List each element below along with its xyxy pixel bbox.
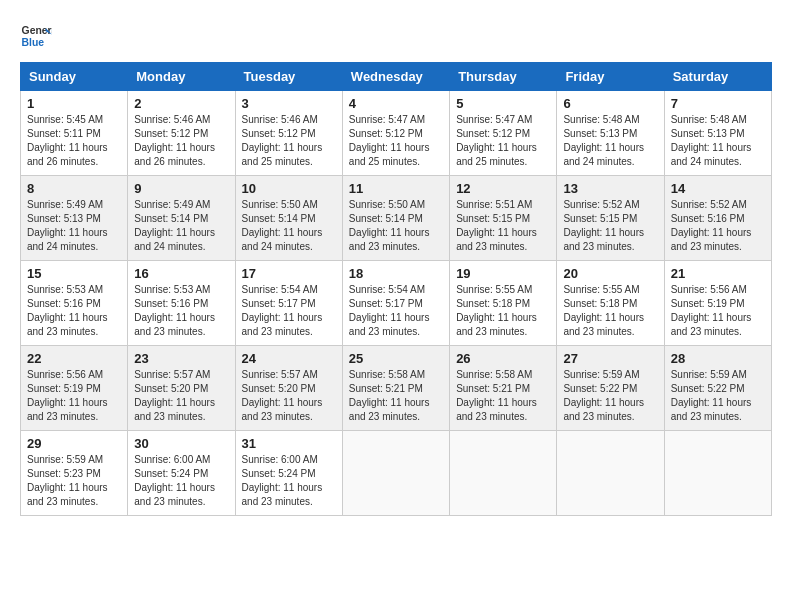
day-number: 25 bbox=[349, 351, 443, 366]
day-number: 15 bbox=[27, 266, 121, 281]
calendar-cell: 20Sunrise: 5:55 AM Sunset: 5:18 PM Dayli… bbox=[557, 261, 664, 346]
day-info: Sunrise: 5:58 AM Sunset: 5:21 PM Dayligh… bbox=[349, 368, 443, 424]
calendar-cell: 10Sunrise: 5:50 AM Sunset: 5:14 PM Dayli… bbox=[235, 176, 342, 261]
day-info: Sunrise: 5:59 AM Sunset: 5:23 PM Dayligh… bbox=[27, 453, 121, 509]
day-info: Sunrise: 6:00 AM Sunset: 5:24 PM Dayligh… bbox=[242, 453, 336, 509]
weekday-header-monday: Monday bbox=[128, 63, 235, 91]
calendar-week-1: 1Sunrise: 5:45 AM Sunset: 5:11 PM Daylig… bbox=[21, 91, 772, 176]
day-info: Sunrise: 5:54 AM Sunset: 5:17 PM Dayligh… bbox=[349, 283, 443, 339]
day-number: 20 bbox=[563, 266, 657, 281]
day-number: 14 bbox=[671, 181, 765, 196]
calendar-cell: 1Sunrise: 5:45 AM Sunset: 5:11 PM Daylig… bbox=[21, 91, 128, 176]
day-info: Sunrise: 5:49 AM Sunset: 5:14 PM Dayligh… bbox=[134, 198, 228, 254]
day-number: 23 bbox=[134, 351, 228, 366]
day-info: Sunrise: 5:46 AM Sunset: 5:12 PM Dayligh… bbox=[242, 113, 336, 169]
day-info: Sunrise: 5:50 AM Sunset: 5:14 PM Dayligh… bbox=[349, 198, 443, 254]
calendar-cell: 15Sunrise: 5:53 AM Sunset: 5:16 PM Dayli… bbox=[21, 261, 128, 346]
day-number: 27 bbox=[563, 351, 657, 366]
day-info: Sunrise: 5:45 AM Sunset: 5:11 PM Dayligh… bbox=[27, 113, 121, 169]
calendar-cell: 25Sunrise: 5:58 AM Sunset: 5:21 PM Dayli… bbox=[342, 346, 449, 431]
day-info: Sunrise: 5:49 AM Sunset: 5:13 PM Dayligh… bbox=[27, 198, 121, 254]
calendar-cell: 12Sunrise: 5:51 AM Sunset: 5:15 PM Dayli… bbox=[450, 176, 557, 261]
calendar-cell bbox=[664, 431, 771, 516]
day-info: Sunrise: 5:55 AM Sunset: 5:18 PM Dayligh… bbox=[456, 283, 550, 339]
weekday-header-thursday: Thursday bbox=[450, 63, 557, 91]
calendar-cell: 21Sunrise: 5:56 AM Sunset: 5:19 PM Dayli… bbox=[664, 261, 771, 346]
day-info: Sunrise: 5:56 AM Sunset: 5:19 PM Dayligh… bbox=[27, 368, 121, 424]
calendar-cell: 14Sunrise: 5:52 AM Sunset: 5:16 PM Dayli… bbox=[664, 176, 771, 261]
day-info: Sunrise: 5:59 AM Sunset: 5:22 PM Dayligh… bbox=[563, 368, 657, 424]
calendar-cell: 28Sunrise: 5:59 AM Sunset: 5:22 PM Dayli… bbox=[664, 346, 771, 431]
calendar-cell: 31Sunrise: 6:00 AM Sunset: 5:24 PM Dayli… bbox=[235, 431, 342, 516]
day-number: 3 bbox=[242, 96, 336, 111]
day-number: 31 bbox=[242, 436, 336, 451]
weekday-header-saturday: Saturday bbox=[664, 63, 771, 91]
calendar-cell: 3Sunrise: 5:46 AM Sunset: 5:12 PM Daylig… bbox=[235, 91, 342, 176]
day-number: 16 bbox=[134, 266, 228, 281]
calendar-cell: 18Sunrise: 5:54 AM Sunset: 5:17 PM Dayli… bbox=[342, 261, 449, 346]
day-number: 28 bbox=[671, 351, 765, 366]
day-info: Sunrise: 5:51 AM Sunset: 5:15 PM Dayligh… bbox=[456, 198, 550, 254]
day-info: Sunrise: 5:55 AM Sunset: 5:18 PM Dayligh… bbox=[563, 283, 657, 339]
weekday-header-friday: Friday bbox=[557, 63, 664, 91]
calendar-cell: 13Sunrise: 5:52 AM Sunset: 5:15 PM Dayli… bbox=[557, 176, 664, 261]
calendar-week-4: 22Sunrise: 5:56 AM Sunset: 5:19 PM Dayli… bbox=[21, 346, 772, 431]
day-number: 26 bbox=[456, 351, 550, 366]
logo: General Blue bbox=[20, 20, 52, 52]
day-info: Sunrise: 5:56 AM Sunset: 5:19 PM Dayligh… bbox=[671, 283, 765, 339]
day-info: Sunrise: 5:57 AM Sunset: 5:20 PM Dayligh… bbox=[134, 368, 228, 424]
calendar-table: SundayMondayTuesdayWednesdayThursdayFrid… bbox=[20, 62, 772, 516]
day-number: 9 bbox=[134, 181, 228, 196]
day-info: Sunrise: 5:53 AM Sunset: 5:16 PM Dayligh… bbox=[27, 283, 121, 339]
day-number: 24 bbox=[242, 351, 336, 366]
calendar-cell: 26Sunrise: 5:58 AM Sunset: 5:21 PM Dayli… bbox=[450, 346, 557, 431]
calendar-week-3: 15Sunrise: 5:53 AM Sunset: 5:16 PM Dayli… bbox=[21, 261, 772, 346]
calendar-week-2: 8Sunrise: 5:49 AM Sunset: 5:13 PM Daylig… bbox=[21, 176, 772, 261]
calendar-cell: 2Sunrise: 5:46 AM Sunset: 5:12 PM Daylig… bbox=[128, 91, 235, 176]
day-number: 18 bbox=[349, 266, 443, 281]
calendar-cell bbox=[557, 431, 664, 516]
calendar-cell: 16Sunrise: 5:53 AM Sunset: 5:16 PM Dayli… bbox=[128, 261, 235, 346]
calendar-cell: 9Sunrise: 5:49 AM Sunset: 5:14 PM Daylig… bbox=[128, 176, 235, 261]
calendar-cell bbox=[342, 431, 449, 516]
day-info: Sunrise: 5:52 AM Sunset: 5:16 PM Dayligh… bbox=[671, 198, 765, 254]
weekday-header-wednesday: Wednesday bbox=[342, 63, 449, 91]
day-number: 4 bbox=[349, 96, 443, 111]
day-number: 19 bbox=[456, 266, 550, 281]
calendar-cell: 29Sunrise: 5:59 AM Sunset: 5:23 PM Dayli… bbox=[21, 431, 128, 516]
day-info: Sunrise: 5:48 AM Sunset: 5:13 PM Dayligh… bbox=[671, 113, 765, 169]
calendar-header-row: SundayMondayTuesdayWednesdayThursdayFrid… bbox=[21, 63, 772, 91]
day-number: 6 bbox=[563, 96, 657, 111]
day-number: 13 bbox=[563, 181, 657, 196]
day-number: 30 bbox=[134, 436, 228, 451]
day-info: Sunrise: 5:50 AM Sunset: 5:14 PM Dayligh… bbox=[242, 198, 336, 254]
day-info: Sunrise: 5:47 AM Sunset: 5:12 PM Dayligh… bbox=[349, 113, 443, 169]
weekday-header-tuesday: Tuesday bbox=[235, 63, 342, 91]
day-info: Sunrise: 5:46 AM Sunset: 5:12 PM Dayligh… bbox=[134, 113, 228, 169]
day-number: 2 bbox=[134, 96, 228, 111]
day-number: 10 bbox=[242, 181, 336, 196]
calendar-cell: 22Sunrise: 5:56 AM Sunset: 5:19 PM Dayli… bbox=[21, 346, 128, 431]
calendar-cell: 6Sunrise: 5:48 AM Sunset: 5:13 PM Daylig… bbox=[557, 91, 664, 176]
day-info: Sunrise: 5:48 AM Sunset: 5:13 PM Dayligh… bbox=[563, 113, 657, 169]
weekday-header-sunday: Sunday bbox=[21, 63, 128, 91]
day-number: 29 bbox=[27, 436, 121, 451]
day-number: 11 bbox=[349, 181, 443, 196]
day-info: Sunrise: 5:59 AM Sunset: 5:22 PM Dayligh… bbox=[671, 368, 765, 424]
day-number: 8 bbox=[27, 181, 121, 196]
logo-icon: General Blue bbox=[20, 20, 52, 52]
day-info: Sunrise: 5:57 AM Sunset: 5:20 PM Dayligh… bbox=[242, 368, 336, 424]
calendar-cell: 8Sunrise: 5:49 AM Sunset: 5:13 PM Daylig… bbox=[21, 176, 128, 261]
calendar-week-5: 29Sunrise: 5:59 AM Sunset: 5:23 PM Dayli… bbox=[21, 431, 772, 516]
calendar-cell: 17Sunrise: 5:54 AM Sunset: 5:17 PM Dayli… bbox=[235, 261, 342, 346]
calendar-cell: 4Sunrise: 5:47 AM Sunset: 5:12 PM Daylig… bbox=[342, 91, 449, 176]
day-number: 17 bbox=[242, 266, 336, 281]
svg-text:Blue: Blue bbox=[22, 37, 45, 48]
day-info: Sunrise: 5:53 AM Sunset: 5:16 PM Dayligh… bbox=[134, 283, 228, 339]
day-number: 12 bbox=[456, 181, 550, 196]
calendar-cell: 19Sunrise: 5:55 AM Sunset: 5:18 PM Dayli… bbox=[450, 261, 557, 346]
calendar-cell: 11Sunrise: 5:50 AM Sunset: 5:14 PM Dayli… bbox=[342, 176, 449, 261]
day-info: Sunrise: 5:52 AM Sunset: 5:15 PM Dayligh… bbox=[563, 198, 657, 254]
day-number: 7 bbox=[671, 96, 765, 111]
day-info: Sunrise: 6:00 AM Sunset: 5:24 PM Dayligh… bbox=[134, 453, 228, 509]
